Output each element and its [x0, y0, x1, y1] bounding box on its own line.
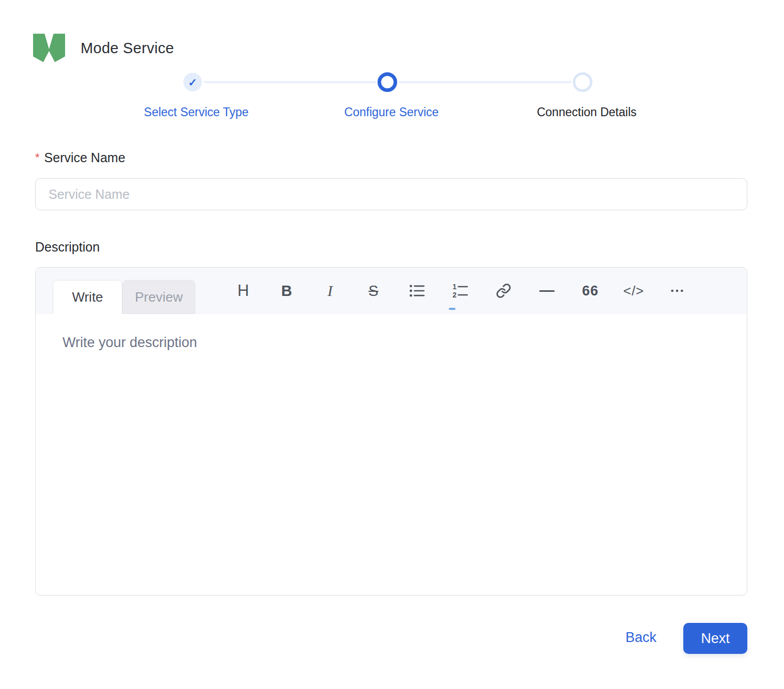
- service-name-input[interactable]: [35, 178, 747, 210]
- description-editor: Write Preview H B I S: [35, 267, 747, 596]
- quote-icon: 66: [582, 283, 599, 299]
- step-label-select-service-type[interactable]: Select Service Type: [114, 105, 279, 119]
- bold-button[interactable]: B: [265, 275, 308, 306]
- back-button[interactable]: Back: [610, 630, 672, 646]
- editor-toolbar-header: Write Preview H B I S: [36, 268, 747, 314]
- link-icon: [496, 283, 511, 299]
- heading-button[interactable]: H: [222, 275, 265, 306]
- editor-toolbar: H B I S: [222, 268, 699, 314]
- more-button[interactable]: [655, 275, 699, 306]
- ordered-list-icon: 1 2: [452, 283, 468, 299]
- editor-tabs: Write Preview: [53, 280, 195, 314]
- service-name-label-text: Service Name: [44, 150, 126, 165]
- bold-icon: B: [281, 283, 292, 300]
- more-icon: [670, 284, 684, 298]
- app-header: Mode Service: [33, 33, 174, 63]
- link-button[interactable]: [482, 275, 525, 306]
- editor-body: [36, 314, 747, 596]
- step-2-circle[interactable]: [378, 72, 397, 92]
- service-name-label: *Service Name: [35, 150, 126, 165]
- step-label-connection-details[interactable]: Connection Details: [504, 105, 669, 119]
- step-1-circle[interactable]: ✓: [183, 73, 202, 91]
- tab-write[interactable]: Write: [53, 280, 122, 314]
- description-label: Description: [35, 240, 100, 255]
- step-label-configure-service[interactable]: Configure Service: [309, 105, 474, 119]
- step-connector-1: [203, 81, 377, 83]
- quote-button[interactable]: 66: [569, 275, 612, 306]
- unordered-list-icon: [409, 283, 425, 299]
- horizontal-rule-icon: [539, 290, 555, 292]
- next-button[interactable]: Next: [683, 623, 747, 654]
- cursor-artifact: [449, 308, 456, 310]
- code-button[interactable]: </>: [612, 275, 655, 306]
- step-connector-2: [399, 81, 572, 83]
- strikethrough-icon: S: [368, 283, 378, 300]
- horizontal-rule-button[interactable]: [525, 275, 569, 306]
- strikethrough-button[interactable]: S: [352, 275, 395, 306]
- description-textarea[interactable]: [36, 314, 747, 596]
- tab-preview[interactable]: Preview: [122, 280, 195, 314]
- configure-service-page: Mode Service ✓ Select Service Type Confi…: [0, 0, 784, 689]
- italic-icon: I: [327, 282, 333, 300]
- italic-button[interactable]: I: [308, 275, 352, 306]
- check-icon: ✓: [188, 77, 197, 88]
- m-logo-icon: [33, 33, 65, 63]
- svg-text:2: 2: [452, 291, 457, 299]
- step-3-circle[interactable]: [573, 72, 592, 92]
- heading-icon: H: [238, 281, 249, 300]
- page-title: Mode Service: [81, 40, 174, 57]
- required-asterisk: *: [35, 151, 40, 164]
- unordered-list-button[interactable]: [395, 275, 438, 306]
- ordered-list-button[interactable]: 1 2: [438, 275, 482, 306]
- svg-text:1: 1: [452, 283, 457, 291]
- code-icon: </>: [623, 283, 645, 299]
